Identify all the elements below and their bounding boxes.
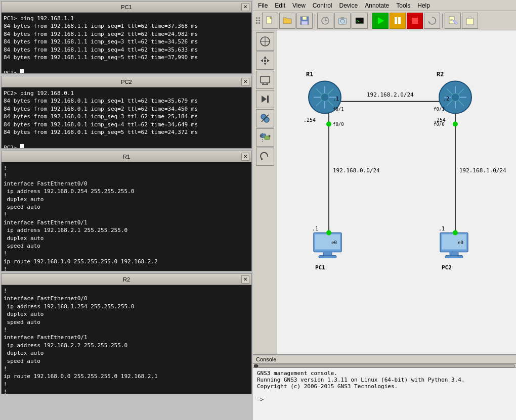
r1-line-4: ip address 192.168.0.254 255.255.255.0 <box>4 188 249 195</box>
svg-rect-14 <box>395 17 397 24</box>
svg-rect-18 <box>449 17 454 24</box>
undo-tool[interactable] <box>256 148 274 166</box>
pc1-label: PC1 <box>315 264 325 271</box>
console-title: Console <box>253 355 516 364</box>
r2-body[interactable]: ! interface FastEthernet0/0 ip address 1… <box>2 285 251 394</box>
reload-button[interactable] <box>424 13 440 29</box>
console-area: Console GNS3 management console. Running… <box>253 354 516 420</box>
pc1-terminal: PC1 ✕ PC1> ping 192.168.1.1 84 bytes fro… <box>1 1 252 74</box>
r1-line-12: ! <box>4 250 249 257</box>
console-scroll-track[interactable] <box>258 364 515 367</box>
r1-terminal: R1 ✕ ! ! interface FastEthernet0/0 ip ad… <box>1 151 252 271</box>
r2-line-6: ! <box>4 326 249 334</box>
console-button[interactable]: >_ <box>352 13 368 29</box>
svg-rect-66 <box>445 256 463 258</box>
pc2-line-4: 84 bytes from 192.168.0.1 icmp_seq=3 ttl… <box>4 113 249 120</box>
svg-rect-37 <box>267 96 269 103</box>
pc2-line-6: 84 bytes from 192.168.0.1 icmp_seq=5 ttl… <box>4 128 249 136</box>
edit-button[interactable] <box>445 13 461 29</box>
svg-rect-10 <box>341 17 344 19</box>
pc2-close-button[interactable]: ✕ <box>241 78 249 86</box>
pc1-titlebar: PC1 ✕ <box>2 2 251 13</box>
pc2-icon[interactable] <box>440 233 468 258</box>
menu-help[interactable]: Help <box>414 2 433 10</box>
select-tool[interactable] <box>256 32 274 51</box>
save-button[interactable] <box>296 13 313 29</box>
r1-line-5: duplex auto <box>4 196 249 203</box>
menu-device[interactable]: Device <box>336 2 361 10</box>
canvas-area: 192.168.2.0/24 192.168.0.0/24 192.168.1.… <box>253 30 516 354</box>
svg-marker-13 <box>378 17 384 24</box>
console-scrollbar[interactable] <box>253 364 516 368</box>
pc2-line-3: 84 bytes from 192.168.0.1 icmp_seq=2 ttl… <box>4 105 249 113</box>
r2-f00-dot <box>453 122 458 127</box>
svg-rect-3 <box>303 17 307 20</box>
pc1-body[interactable]: PC1> ping 192.168.1.1 84 bytes from 192.… <box>2 13 251 73</box>
r1-close-button[interactable]: ✕ <box>241 153 249 161</box>
r2-line-4: duplex auto <box>4 310 249 318</box>
menu-tools[interactable]: Tools <box>393 2 413 10</box>
pc1-line-4: 84 bytes from 192.168.1.1 icmp_seq=3 ttl… <box>4 38 249 45</box>
svg-rect-65 <box>450 252 458 256</box>
svg-point-52 <box>321 94 329 102</box>
pc2-e0-label: e0 <box>458 240 463 245</box>
svg-rect-23 <box>468 17 471 19</box>
new-button[interactable] <box>262 13 278 29</box>
r1-line-14: ! <box>4 265 249 271</box>
sep-3 <box>442 14 443 28</box>
pc2-body[interactable]: PC2> ping 192.168.0.1 84 bytes from 192.… <box>2 87 251 148</box>
svg-rect-22 <box>466 18 474 25</box>
r2-line-7: interface FastEthernet0/1 <box>4 334 249 341</box>
menu-view[interactable]: View <box>289 2 309 10</box>
menu-control[interactable]: Control <box>310 2 335 10</box>
move-tool[interactable] <box>256 52 274 70</box>
r1-line-2: ! <box>4 172 249 179</box>
console-body[interactable]: GNS3 management console. Running GNS3 ve… <box>253 368 516 420</box>
zoom-in-out-tool[interactable] <box>256 128 274 147</box>
r1-f00-dot <box>326 122 331 127</box>
add-link-tool[interactable] <box>256 109 274 127</box>
r2-line-11: ! <box>4 365 249 372</box>
console-scroll-thumb[interactable] <box>254 364 258 367</box>
r2-line-2: interface FastEthernet0/0 <box>4 295 249 302</box>
step-tool[interactable] <box>256 90 274 108</box>
pc2-prompt: PC2> <box>4 144 249 148</box>
pc1-close-button[interactable]: ✕ <box>241 3 249 11</box>
svg-text:>_: >_ <box>357 19 362 24</box>
r2-line-3: ip address 192.168.1.254 255.255.255.0 <box>4 303 249 310</box>
pause-button[interactable] <box>390 13 406 29</box>
svg-rect-31 <box>264 60 266 62</box>
pc2-title: PC2 <box>12 79 241 85</box>
r1-label: R1 <box>306 71 313 78</box>
open-button[interactable] <box>279 13 295 29</box>
pc2-terminal: PC2 ✕ PC2> ping 192.168.0.1 84 bytes fro… <box>1 76 252 149</box>
r1-line-11: speed auto <box>4 242 249 250</box>
pc2-line-1: PC2> ping 192.168.0.1 <box>4 89 249 97</box>
pc1-icon[interactable] <box>314 233 341 258</box>
menu-edit[interactable]: Edit <box>272 2 288 10</box>
r2-f00-label: f0/0 <box>434 122 445 127</box>
r1-body[interactable]: ! ! interface FastEthernet0/0 ip address… <box>2 162 251 271</box>
r2-line-5: speed auto <box>4 318 249 326</box>
console-line-3: Copyright (c) 2006-2015 GNS3 Technologie… <box>257 383 512 390</box>
play-button[interactable] <box>372 13 389 29</box>
toolbar: >_ <box>253 11 516 30</box>
pc2-line-7 <box>4 136 249 144</box>
r2-line-1: ! <box>4 287 249 295</box>
clipboard-button[interactable] <box>462 13 478 29</box>
menu-annotate[interactable]: Annotate <box>362 2 392 10</box>
pc1-line-7 <box>4 61 249 69</box>
svg-marker-17 <box>428 21 431 23</box>
r2-close-button[interactable]: ✕ <box>241 275 249 284</box>
r2-line-14: ! <box>4 388 249 394</box>
snapshot-button[interactable] <box>334 13 351 29</box>
pc2-titlebar: PC2 ✕ <box>2 76 251 87</box>
history-button[interactable] <box>317 13 333 29</box>
r2-label: R2 <box>437 71 444 78</box>
monitor-tool[interactable] <box>256 71 274 89</box>
menu-file[interactable]: File <box>255 2 271 10</box>
stop-button[interactable] <box>407 13 423 29</box>
svg-rect-32 <box>261 76 270 83</box>
r1-line-6: speed auto <box>4 203 249 211</box>
pc1-connect-dot <box>326 230 331 236</box>
